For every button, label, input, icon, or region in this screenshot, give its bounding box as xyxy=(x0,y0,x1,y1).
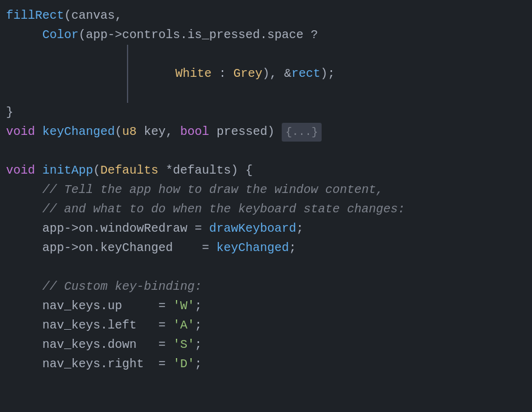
line-empty-1 xyxy=(0,142,532,161)
line-nav-up: nav_keys.up = 'W'; xyxy=(0,296,532,316)
keyword-token: void xyxy=(6,161,35,180)
brace-token: } xyxy=(6,103,13,122)
default-token: (app->controls.is_pressed.space ? xyxy=(79,25,318,45)
default-token: ; xyxy=(195,296,202,316)
line-close-brace: } xyxy=(0,103,532,122)
comment-token: // Tell the app how to draw the window c… xyxy=(42,180,383,200)
default-token: : xyxy=(212,67,233,80)
default-token: key, xyxy=(137,122,180,142)
line-key-changed-assign: app->on.keyChanged = keyChanged; xyxy=(0,238,532,258)
default-token: ); xyxy=(320,67,335,80)
default-token: *defaults) { xyxy=(158,161,253,180)
default-token xyxy=(35,161,42,180)
default-token: nav_keys.up = xyxy=(42,296,173,316)
white-token: White xyxy=(175,67,212,80)
default-token: nav_keys.down = xyxy=(42,335,173,355)
line-empty-2 xyxy=(0,258,532,277)
string-token: 'S' xyxy=(173,335,195,355)
block-indent: White : Grey), &rect); xyxy=(127,45,335,103)
comment-token: // and what to do when the keyboard stat… xyxy=(42,200,405,219)
type-token: Defaults xyxy=(100,161,158,180)
line-comment-3: // Custom key-binding: xyxy=(0,277,532,296)
default-token: ; xyxy=(195,355,202,374)
default-token: ; xyxy=(195,316,202,335)
line-key-changed: void keyChanged(u8 key, bool pressed) {.… xyxy=(0,122,532,142)
string-token: 'D' xyxy=(173,355,195,374)
default-token: ( xyxy=(115,122,122,142)
fn-token: drawKeyboard xyxy=(209,219,296,238)
line-comment-1: // Tell the app how to draw the window c… xyxy=(0,180,532,200)
default-token: pressed) xyxy=(209,122,282,142)
default-token: nav_keys.right = xyxy=(42,355,173,374)
comment-token: // Custom key-binding: xyxy=(42,277,202,296)
line-white-grey: White : Grey), &rect); xyxy=(0,45,532,103)
keyword-token: void xyxy=(6,122,35,142)
type-token: u8 xyxy=(122,122,137,142)
fn-token: rect xyxy=(291,67,320,80)
default-token: app->on.keyChanged = xyxy=(42,238,216,258)
fn-token: fillRect xyxy=(6,6,64,25)
line-window-redraw: app->on.windowRedraw = drawKeyboard; xyxy=(0,219,532,238)
default-token: ( xyxy=(93,161,100,180)
fn-token: Color xyxy=(42,25,79,45)
default-token: app->on.windowRedraw = xyxy=(42,219,209,238)
default-token: ), & xyxy=(262,67,291,80)
default-token xyxy=(35,122,42,142)
default-token: ; xyxy=(296,219,303,238)
fn-token: keyChanged xyxy=(42,122,115,142)
default-token: nav_keys.left = xyxy=(42,316,173,335)
collapsed-block: {...} xyxy=(282,123,322,142)
default-token: ; xyxy=(195,335,202,355)
string-token: 'W' xyxy=(173,296,195,316)
default-token: ; xyxy=(289,238,296,258)
string-token: 'A' xyxy=(173,316,195,335)
line-fillRect: fillRect(canvas, xyxy=(0,6,532,25)
fn-token: initApp xyxy=(42,161,93,180)
line-color: Color(app->controls.is_pressed.space ? xyxy=(0,25,532,45)
line-comment-2: // and what to do when the keyboard stat… xyxy=(0,200,532,219)
grey-token: Grey xyxy=(233,67,262,80)
line-nav-down: nav_keys.down = 'S'; xyxy=(0,335,532,355)
line-init-app: void initApp(Defaults *defaults) { xyxy=(0,161,532,180)
code-editor: fillRect(canvas, Color(app->controls.is_… xyxy=(0,0,532,380)
fn-token: keyChanged xyxy=(216,238,289,258)
default-token: (canvas, xyxy=(64,6,122,25)
line-nav-right: nav_keys.right = 'D'; xyxy=(0,355,532,374)
keyword-token: bool xyxy=(180,122,209,142)
line-nav-left: nav_keys.left = 'A'; xyxy=(0,316,532,335)
